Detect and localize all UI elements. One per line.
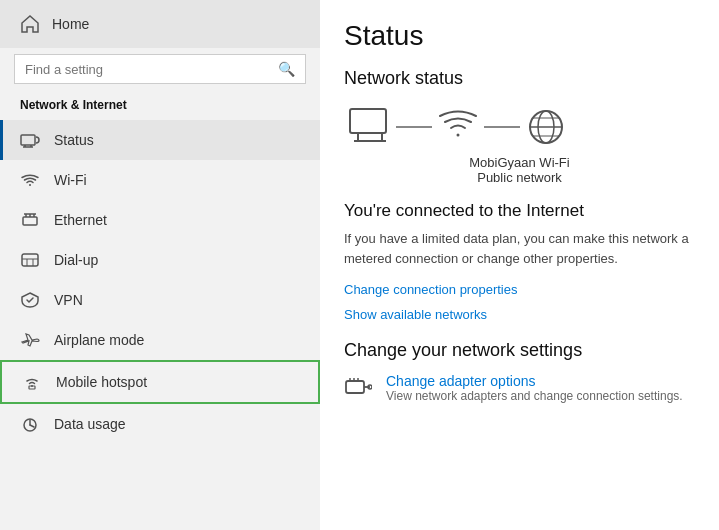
ethernet-icon <box>20 210 40 230</box>
sidebar-item-dialup[interactable]: Dial-up <box>0 240 320 280</box>
sidebar-item-home[interactable]: Home <box>0 0 320 48</box>
network-type: Public network <box>477 170 562 185</box>
connected-desc: If you have a limited data plan, you can… <box>344 229 695 268</box>
network-name: MobiGyaan Wi-Fi <box>469 155 569 170</box>
change-settings-title: Change your network settings <box>344 340 695 361</box>
svg-rect-9 <box>22 254 38 266</box>
diagram-line-1 <box>396 126 432 128</box>
sidebar-item-hotspot[interactable]: Mobile hotspot <box>0 360 320 404</box>
svg-rect-4 <box>23 217 37 225</box>
change-connection-link[interactable]: Change connection properties <box>344 282 695 297</box>
adapter-desc: View network adapters and change connect… <box>386 389 683 403</box>
sidebar-item-status-label: Status <box>54 132 94 148</box>
nav-list: Status Wi-Fi <box>0 120 320 530</box>
search-input[interactable] <box>25 62 270 77</box>
network-diagram <box>344 105 695 149</box>
sidebar-item-airplane-label: Airplane mode <box>54 332 144 348</box>
search-icon: 🔍 <box>278 61 295 77</box>
dialup-icon <box>20 250 40 270</box>
connected-title: You're connected to the Internet <box>344 201 695 221</box>
sidebar: Home 🔍 Network & Internet Status <box>0 0 320 530</box>
sidebar-item-status[interactable]: Status <box>0 120 320 160</box>
sidebar-item-dialup-label: Dial-up <box>54 252 98 268</box>
status-icon <box>20 130 40 150</box>
sidebar-item-wifi[interactable]: Wi-Fi <box>0 160 320 200</box>
show-networks-link[interactable]: Show available networks <box>344 307 695 322</box>
wifi-icon <box>20 170 40 190</box>
adapter-icon <box>344 375 372 403</box>
sidebar-item-datausage[interactable]: Data usage <box>0 404 320 444</box>
wifi-diagram-icon <box>432 105 484 149</box>
main-content: Status Network status <box>320 0 719 530</box>
sidebar-item-vpn-label: VPN <box>54 292 83 308</box>
network-label-area: MobiGyaan Wi-Fi Public network <box>344 155 695 185</box>
airplane-icon <box>20 330 40 350</box>
search-box[interactable]: 🔍 <box>14 54 306 84</box>
sidebar-item-ethernet[interactable]: Ethernet <box>0 200 320 240</box>
computer-icon <box>344 105 396 149</box>
sidebar-item-ethernet-label: Ethernet <box>54 212 107 228</box>
diagram-line-2 <box>484 126 520 128</box>
svg-rect-16 <box>350 109 386 133</box>
network-status-title: Network status <box>344 68 695 89</box>
home-icon <box>20 14 40 34</box>
sidebar-item-datausage-label: Data usage <box>54 416 126 432</box>
sidebar-item-wifi-label: Wi-Fi <box>54 172 87 188</box>
page-title: Status <box>344 20 695 52</box>
home-label: Home <box>52 16 89 32</box>
datausage-icon <box>20 414 40 434</box>
svg-rect-13 <box>29 386 35 389</box>
globe-icon <box>520 105 572 149</box>
sidebar-item-airplane[interactable]: Airplane mode <box>0 320 320 360</box>
vpn-icon <box>20 290 40 310</box>
adapter-settings-item: Change adapter options View network adap… <box>344 373 695 403</box>
svg-rect-0 <box>21 135 35 145</box>
svg-rect-25 <box>346 381 364 393</box>
adapter-title[interactable]: Change adapter options <box>386 373 683 389</box>
sidebar-item-vpn[interactable]: VPN <box>0 280 320 320</box>
sidebar-item-hotspot-label: Mobile hotspot <box>56 374 147 390</box>
section-label: Network & Internet <box>0 94 320 120</box>
hotspot-icon <box>22 372 42 392</box>
adapter-text: Change adapter options View network adap… <box>386 373 683 403</box>
